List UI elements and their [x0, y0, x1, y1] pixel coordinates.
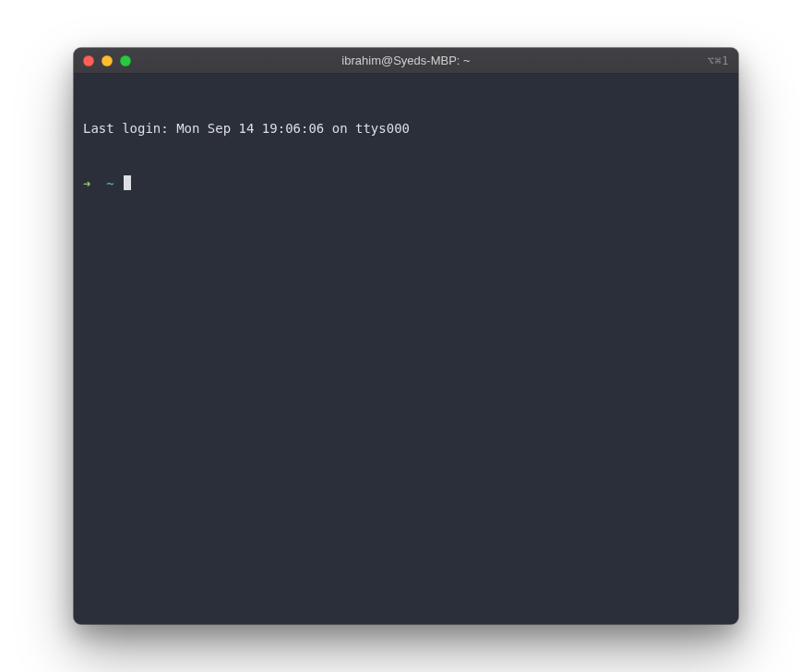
last-login-line: Last login: Mon Sep 14 19:06:06 on ttys0… [83, 119, 729, 138]
window-titlebar[interactable]: ibrahim@Syeds-MBP: ~ ⌥⌘1 [74, 48, 738, 74]
window-title: ibrahim@Syeds-MBP: ~ [74, 54, 738, 67]
prompt-arrow-icon: ➜ [83, 176, 90, 191]
cursor-icon [124, 175, 131, 190]
traffic-lights [83, 55, 131, 66]
terminal-window: ibrahim@Syeds-MBP: ~ ⌥⌘1 Last login: Mon… [74, 48, 738, 624]
prompt-path: ~ [106, 176, 113, 191]
terminal-body[interactable]: Last login: Mon Sep 14 19:06:06 on ttys0… [74, 74, 738, 624]
tab-indicator[interactable]: ⌥⌘1 [708, 54, 729, 67]
maximize-button[interactable] [120, 55, 131, 66]
minimize-button[interactable] [102, 55, 113, 66]
prompt-line: ➜ ~ [83, 174, 729, 193]
close-button[interactable] [83, 55, 94, 66]
